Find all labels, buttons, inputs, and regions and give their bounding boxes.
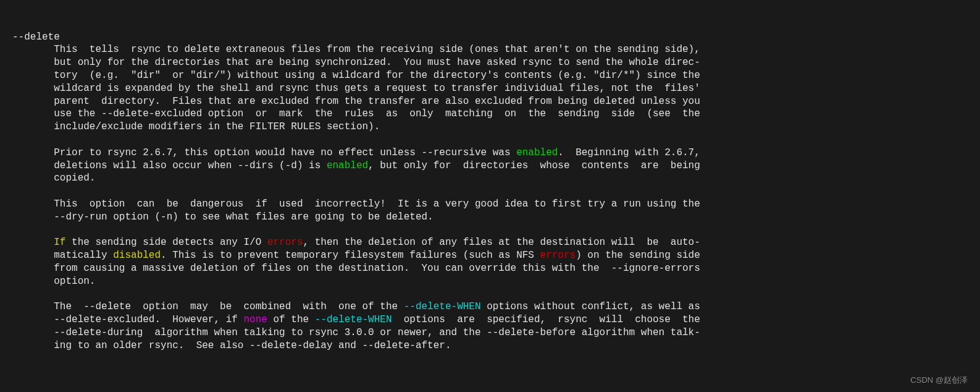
para3-line2: --dry-run option (-n) to see what files … [54,211,433,223]
if-keyword: If [54,237,65,248]
para4-line1b: , then the deletion of any files at the … [303,237,700,248]
delete-when-option: --delete-WHEN [315,314,392,325]
para3-line1: This option can be dangerous if used inc… [54,198,700,210]
para5-line2c: options are specified, rsync will choose… [392,314,700,325]
para5-line1b: options without conflict, as well as [481,301,700,312]
para1-line1: This tells rsync to delete extraneous fi… [54,44,700,55]
enabled-keyword: enabled [327,160,368,171]
para1-line6: use the --delete-excluded option or mark… [54,108,700,119]
para1-line4: wildcard is expanded by the shell and rs… [54,83,700,94]
para4-line2b: . This is to prevent temporary filesyste… [161,250,540,261]
manpage-content: --delete This tells rsync to delete extr… [12,31,968,352]
para2-line1b: . Beginning with 2.6.7, [558,147,700,158]
para4-line2a: matically [54,250,113,261]
errors-keyword: errors [267,237,303,248]
watermark: CSDN @赵创泽 [910,375,968,386]
delete-when-option: --delete-WHEN [404,301,481,312]
disabled-keyword: disabled [113,250,161,261]
para5-line2b: of the [267,314,315,325]
para4-line3: from causing a massive deletion of files… [54,263,700,274]
para1-line2: but only for the directories that are be… [54,57,700,68]
para1-line3: tory (e.g. "dir" or "dir/") without usin… [54,70,700,81]
para5-line4: ing to an older rsync. See also --delete… [54,340,451,351]
para2-line1a: Prior to rsync 2.6.7, this option would … [54,147,516,158]
none-keyword: none [243,314,267,325]
para5-line1a: The --delete option may be combined with… [54,301,404,312]
option-name: --delete [12,32,60,43]
para1-line5: parent directory. Files that are exclude… [54,96,700,107]
para5-line3: --delete-during algorithm when talking t… [54,327,700,338]
para4-line1a: the sending side detects any I/O [65,237,267,248]
para5-line2a: --delete-excluded. However, if [54,314,243,325]
para2-line2a: deletions will also occur when --dirs (-… [54,160,327,171]
para4-line4: option. [54,276,95,287]
enabled-keyword: enabled [516,147,558,158]
para2-line2b: , but only for directories whose content… [368,160,700,171]
para2-line3: copied. [54,173,95,184]
errors-keyword: errors [540,250,576,261]
para1-line7: include/exclude modifiers in the FILTER … [54,121,380,132]
para4-line2c: ) on the sending side [576,250,700,261]
